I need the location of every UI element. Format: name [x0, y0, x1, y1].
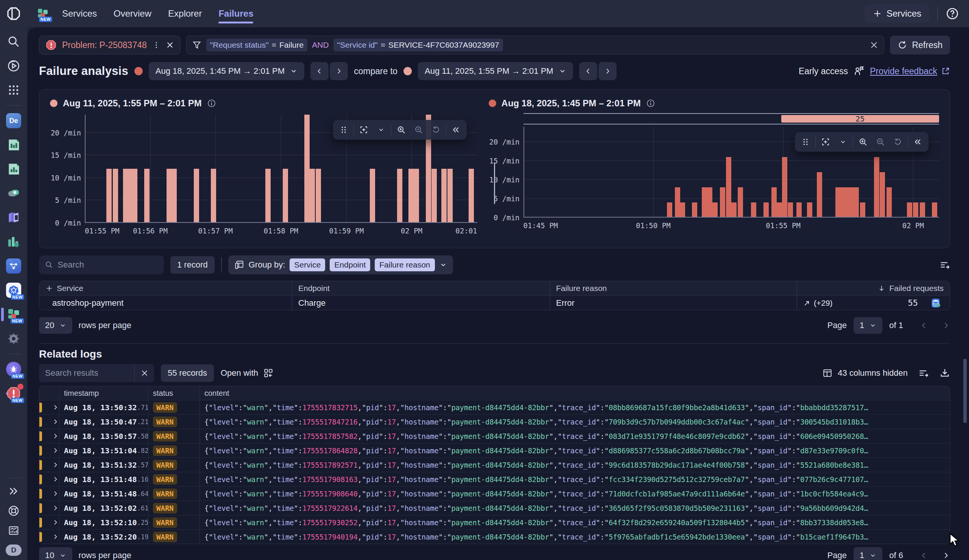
- page-select[interactable]: 1: [854, 317, 882, 334]
- chart-overview-strip[interactable]: 25: [523, 113, 939, 125]
- app-dashboards-rail-item[interactable]: [0, 157, 27, 181]
- app-infrastructure-rail-item[interactable]: [0, 206, 27, 230]
- col-service[interactable]: Service: [39, 281, 292, 296]
- app-problems-rail-item[interactable]: NEW: [0, 381, 27, 405]
- table-row[interactable]: astroshop-payment Charge Error (+29) 55: [39, 296, 950, 310]
- expand-row-icon[interactable]: [52, 519, 59, 525]
- col-endpoint[interactable]: Endpoint: [292, 281, 549, 296]
- zoom-in-icon[interactable]: [856, 134, 871, 150]
- chevron-down-icon[interactable]: [440, 261, 447, 269]
- filter-chip-service-id[interactable]: "Service id"=SERVICE-4F7C6037A9023997: [333, 38, 503, 52]
- col-failed-requests[interactable]: Failed requests: [797, 281, 950, 296]
- drag-handle-icon[interactable]: [798, 134, 813, 150]
- expand-row-icon[interactable]: [52, 433, 59, 439]
- primary-timeframe-select[interactable]: Aug 18, 2025, 1:45 PM → 2:01 PM: [149, 62, 304, 80]
- y-axis-pan-indicator[interactable]: [494, 162, 495, 204]
- timeframe-prev-button[interactable]: [310, 62, 328, 80]
- group-chip-service[interactable]: Service: [290, 258, 325, 271]
- log-table-row[interactable]: Aug 18, 13:51:48.163WARN{"level":"warn",…: [39, 472, 950, 486]
- vertical-scrollbar[interactable]: [963, 359, 967, 423]
- download-icon[interactable]: [939, 368, 950, 378]
- kebab-menu-icon[interactable]: [152, 41, 160, 49]
- compare-timeframe-select[interactable]: Aug 11, 2025, 1:55 PM → 2:01 PM: [418, 62, 573, 80]
- results-search-input[interactable]: [58, 260, 158, 270]
- overview-selection[interactable]: 25: [781, 115, 939, 123]
- log-table-row[interactable]: Aug 18, 13:52:20.194WARN{"level":"warn",…: [39, 529, 950, 544]
- group-chip-failure-reason[interactable]: Failure reason: [375, 258, 435, 271]
- expand-rail-rail-item[interactable]: [0, 481, 27, 501]
- tab-overview[interactable]: Overview: [105, 0, 160, 27]
- clear-filter-icon[interactable]: [869, 40, 879, 50]
- info-icon[interactable]: [207, 99, 216, 108]
- log-table-row[interactable]: Aug 18, 13:51:04.828WARN{"level":"warn",…: [39, 443, 950, 457]
- col-content[interactable]: content: [200, 386, 950, 400]
- next-page-icon[interactable]: [942, 321, 950, 329]
- filter-chip-request-status[interactable]: "Request status"=Failure: [206, 38, 307, 52]
- open-with-control[interactable]: Open with: [221, 368, 273, 378]
- app-notebooks-rail-item[interactable]: [0, 133, 27, 157]
- rows-per-page-select[interactable]: 20: [39, 317, 72, 334]
- app-dbug-rail-item[interactable]: NEW: [0, 357, 27, 381]
- logs-page-select[interactable]: 1: [854, 547, 882, 560]
- info-icon[interactable]: [646, 99, 655, 108]
- app-clouds-rail-item[interactable]: [0, 181, 27, 206]
- results-search[interactable]: [39, 256, 164, 274]
- question-circle-icon[interactable]: [946, 7, 959, 20]
- expand-row-icon[interactable]: [52, 505, 59, 511]
- crosshair-select-icon[interactable]: [356, 122, 371, 137]
- compare-next-button[interactable]: [598, 62, 617, 80]
- format-columns-icon[interactable]: [918, 368, 929, 378]
- log-table-row[interactable]: Aug 18, 13:50:57.582WARN{"level":"warn",…: [39, 429, 950, 443]
- tab-failures[interactable]: Failures: [210, 0, 261, 27]
- user-avatar-rail-item[interactable]: D: [0, 540, 27, 560]
- col-timestamp[interactable]: timestamp: [59, 386, 148, 400]
- apps-grid-rail-item[interactable]: [0, 78, 27, 102]
- expand-row-icon[interactable]: [52, 404, 59, 410]
- logs-rows-per-page-select[interactable]: 10: [39, 547, 72, 560]
- crosshair-select-icon[interactable]: [818, 134, 833, 150]
- log-table-row[interactable]: Aug 18, 13:50:32.715WARN{"level":"warn",…: [39, 400, 950, 414]
- log-table-row[interactable]: Aug 18, 13:52:10.252WARN{"level":"warn",…: [39, 515, 950, 529]
- logs-search[interactable]: [39, 364, 134, 382]
- group-by-control[interactable]: Group by: Service Endpoint Failure reaso…: [228, 256, 453, 274]
- expand-row-icon[interactable]: [52, 476, 59, 482]
- columns-hidden-control[interactable]: 43 columns hidden: [822, 368, 908, 378]
- query-filter-bar[interactable]: "Request status"=Failure AND "Service id…: [186, 36, 884, 55]
- col-failure-reason[interactable]: Failure reason: [549, 281, 797, 296]
- drag-handle-icon[interactable]: [336, 122, 351, 137]
- clear-logs-search-button[interactable]: [134, 364, 154, 382]
- prev-page-icon[interactable]: [920, 321, 928, 329]
- expand-row-icon[interactable]: [52, 490, 59, 497]
- app-services-rail-item[interactable]: NEW: [0, 302, 27, 327]
- expand-row-icon[interactable]: [52, 533, 59, 540]
- expand-row-icon[interactable]: [52, 419, 59, 425]
- refresh-button[interactable]: Refresh: [890, 36, 950, 55]
- log-table-row[interactable]: Aug 18, 13:50:47.216WARN{"level":"warn",…: [39, 414, 950, 429]
- collapse-left-icon[interactable]: [448, 122, 464, 137]
- add-services-button[interactable]: Services: [864, 5, 930, 23]
- app-metrics-rail-item[interactable]: [0, 230, 27, 254]
- app-workflows-rail-item[interactable]: [0, 254, 27, 278]
- zoom-out-icon[interactable]: [411, 122, 426, 137]
- reset-zoom-icon[interactable]: [428, 122, 444, 137]
- expand-row-icon[interactable]: [52, 462, 59, 468]
- tab-explorer[interactable]: Explorer: [160, 0, 210, 27]
- problem-pill[interactable]: Problem: P-25083748: [39, 36, 181, 55]
- app-deployment-rail-item[interactable]: De: [0, 109, 27, 133]
- close-icon[interactable]: [166, 41, 174, 49]
- logs-prev-page-icon[interactable]: [920, 551, 928, 560]
- reset-zoom-icon[interactable]: [890, 134, 906, 150]
- logs-search-input[interactable]: [45, 368, 128, 378]
- usage-chart-rail-item[interactable]: [0, 521, 27, 540]
- app-kubernetes-rail-item[interactable]: NEW: [0, 278, 27, 302]
- zoom-in-icon[interactable]: [394, 122, 409, 137]
- dynatrace-logo-icon[interactable]: [0, 6, 27, 21]
- log-table-row[interactable]: Aug 18, 13:51:48.640WARN{"level":"warn",…: [39, 486, 950, 500]
- chevron-down-icon[interactable]: [374, 122, 389, 137]
- logs-next-page-icon[interactable]: [942, 551, 950, 560]
- log-table-row[interactable]: Aug 18, 13:52:02.614WARN{"level":"warn",…: [39, 500, 950, 515]
- app-settings-rail-item[interactable]: [0, 327, 27, 351]
- col-status[interactable]: status: [148, 386, 200, 400]
- launchpad-rail-item[interactable]: [0, 54, 27, 78]
- help-lifebuoy-rail-item[interactable]: [0, 501, 27, 521]
